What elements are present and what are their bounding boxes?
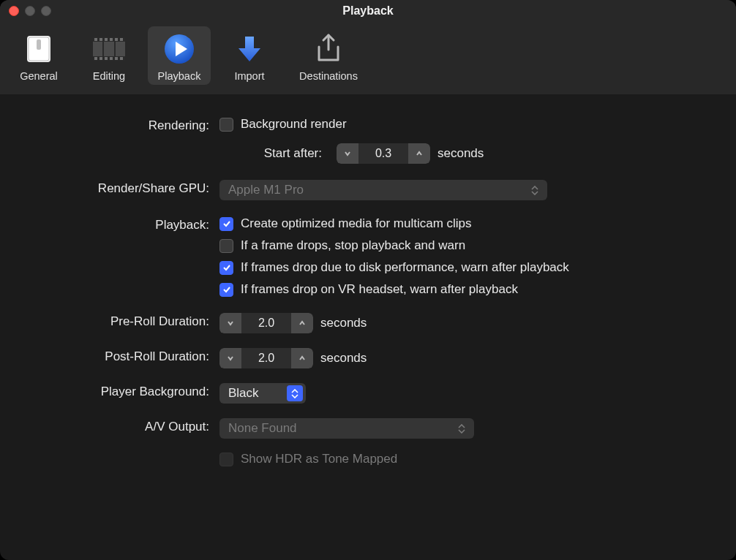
stepper-increment[interactable]	[291, 348, 313, 368]
svg-rect-2	[37, 39, 41, 50]
postroll-value[interactable]: 2.0	[241, 348, 291, 368]
svg-rect-9	[110, 38, 113, 41]
row-player-background: Player Background: Black	[15, 383, 721, 404]
share-icon	[310, 31, 347, 67]
av-output-select[interactable]: None Found	[219, 418, 474, 439]
stepper-decrement[interactable]	[337, 143, 358, 164]
svg-rect-16	[115, 57, 118, 60]
stepper-increment[interactable]	[408, 143, 430, 164]
tab-label: General	[20, 70, 58, 82]
svg-rect-12	[94, 57, 97, 60]
row-rendering: Rendering: Background render Start after…	[15, 117, 721, 164]
postroll-stepper[interactable]: 2.0	[219, 348, 313, 368]
av-output-value: None Found	[228, 421, 455, 436]
svg-rect-11	[120, 38, 123, 41]
svg-rect-10	[115, 38, 118, 41]
rendering-label: Rendering:	[15, 117, 219, 133]
preroll-stepper[interactable]: 2.0	[219, 313, 313, 333]
preferences-window: Playback General	[0, 0, 736, 560]
svg-rect-8	[105, 38, 108, 41]
optimized-media-checkbox[interactable]	[219, 217, 233, 231]
preroll-unit: seconds	[320, 316, 367, 330]
hdr-tonemapped-checkbox	[219, 453, 233, 466]
background-render-label: Background render	[241, 117, 347, 132]
frame-drop-stop-label: If a frame drops, stop playback and warn	[241, 238, 465, 253]
tab-import[interactable]: Import	[218, 26, 281, 85]
playback-label: Playback:	[15, 216, 219, 232]
preroll-label: Pre-Roll Duration:	[15, 313, 219, 329]
postroll-label: Post-Roll Duration:	[15, 348, 219, 364]
svg-rect-17	[120, 57, 123, 60]
disk-warn-label: If frames drop due to disk performance, …	[241, 260, 569, 275]
tab-label: Playback	[158, 70, 201, 82]
render-gpu-value: Apple M1 Pro	[228, 183, 528, 197]
hdr-tonemapped-label: Show HDR as Tone Mapped	[241, 452, 397, 466]
optimized-media-label: Create optimized media for multicam clip…	[241, 216, 472, 231]
tab-destinations[interactable]: Destinations	[288, 26, 369, 85]
vr-warn-checkbox[interactable]	[219, 283, 233, 297]
player-background-select[interactable]: Black	[219, 383, 306, 404]
row-av-output: A/V Output: None Found Show HDR as Tone …	[15, 418, 721, 466]
row-playback: Playback: Create optimized media for mul…	[15, 216, 721, 297]
svg-rect-14	[105, 57, 108, 60]
preferences-content: Rendering: Background render Start after…	[0, 95, 736, 560]
row-preroll: Pre-Roll Duration: 2.0 seconds	[15, 313, 721, 333]
svg-rect-6	[94, 38, 97, 41]
minimize-window-button[interactable]	[25, 6, 35, 16]
player-background-value: Black	[228, 386, 287, 401]
row-postroll: Post-Roll Duration: 2.0 seconds	[15, 348, 721, 368]
stepper-decrement[interactable]	[219, 313, 241, 333]
start-after-value[interactable]: 0.3	[358, 143, 408, 164]
svg-rect-7	[99, 38, 102, 41]
tab-label: Import	[234, 70, 264, 82]
titlebar: Playback	[0, 0, 736, 22]
stepper-decrement[interactable]	[219, 348, 241, 368]
filmstrip-icon	[91, 31, 127, 67]
zoom-window-button[interactable]	[41, 6, 51, 16]
start-after-unit: seconds	[438, 146, 484, 161]
stepper-increment[interactable]	[291, 313, 313, 333]
svg-rect-15	[110, 57, 113, 60]
frame-drop-stop-checkbox[interactable]	[219, 239, 233, 253]
render-gpu-label: Render/Share GPU:	[15, 180, 219, 196]
preferences-toolbar: General Editing	[0, 22, 736, 95]
tab-label: Destinations	[299, 70, 358, 82]
svg-rect-13	[99, 57, 102, 60]
play-circle-icon	[161, 31, 198, 67]
switch-icon	[20, 31, 57, 67]
chevron-up-down-icon	[455, 421, 468, 436]
chevron-up-down-icon	[528, 183, 541, 197]
background-render-checkbox[interactable]	[219, 118, 233, 132]
window-title: Playback	[342, 4, 393, 18]
close-window-button[interactable]	[9, 6, 19, 16]
preroll-value[interactable]: 2.0	[241, 313, 291, 333]
player-background-label: Player Background:	[15, 383, 219, 399]
row-render-gpu: Render/Share GPU: Apple M1 Pro	[15, 180, 721, 200]
traffic-lights	[9, 6, 51, 16]
render-gpu-select[interactable]: Apple M1 Pro	[219, 180, 547, 200]
tab-general[interactable]: General	[7, 26, 70, 85]
tab-label: Editing	[93, 70, 125, 82]
av-output-label: A/V Output:	[15, 418, 219, 434]
vr-warn-label: If frames drop on VR headset, warn after…	[241, 282, 518, 297]
disk-warn-checkbox[interactable]	[219, 261, 233, 275]
tab-playback[interactable]: Playback	[148, 26, 211, 85]
download-arrow-icon	[231, 31, 268, 67]
start-after-label: Start after:	[240, 146, 329, 161]
start-after-stepper[interactable]: 0.3	[337, 143, 430, 164]
tab-editing[interactable]: Editing	[78, 26, 140, 85]
postroll-unit: seconds	[320, 351, 367, 366]
chevron-up-down-icon	[287, 385, 303, 401]
